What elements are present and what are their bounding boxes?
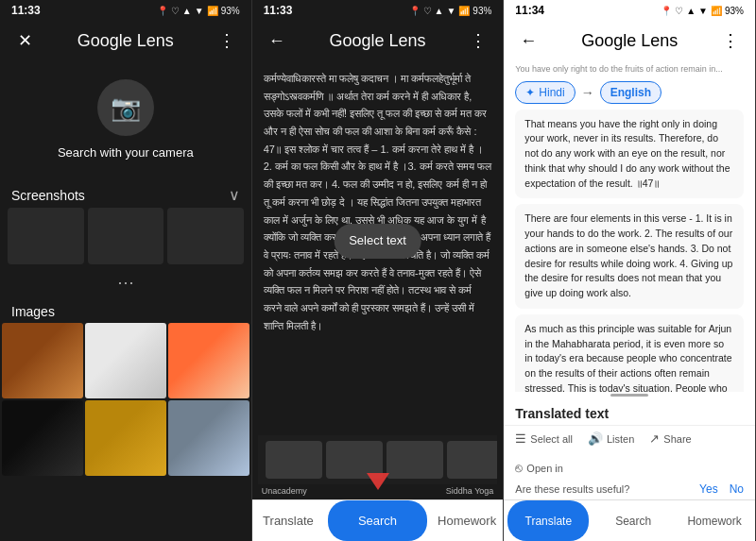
more-button-3[interactable]: ⋮ <box>717 27 744 54</box>
homework-tab-3[interactable]: Homework <box>674 500 755 541</box>
battery-icon-3: 93% <box>725 6 744 16</box>
open-in-label: Open in <box>526 463 563 474</box>
top-bar-2: ← Google Lens ⋮ <box>252 21 504 60</box>
phone-2: 11:33 📍 ♡ ▲ ▼ 📶 93% ← Google Lens ⋮ कर्म… <box>252 0 505 541</box>
translate-tab-3[interactable]: Translate <box>507 500 589 541</box>
translate-label-2: Translate <box>263 514 314 528</box>
screenshot-thumb-2[interactable] <box>88 208 164 264</box>
select-all-button[interactable]: ☰ Select all <box>515 431 573 446</box>
open-in-icon: ⎋ <box>515 461 523 475</box>
app-title-1: Google Lens <box>38 31 214 51</box>
status-bar-3: 11:34 📍 ♡ ▲ ▼ 📶 93% <box>504 0 755 21</box>
translation-para-2: There are four elements in this verse - … <box>515 204 744 309</box>
translate-tab-2[interactable]: Translate <box>252 500 325 541</box>
hint-line-2: the fruits of action remain in... <box>611 64 723 74</box>
network-icon-2: 📶 <box>458 6 470 16</box>
hindi-lang-button[interactable]: ✦ Hindi <box>515 81 575 104</box>
back-button-3[interactable]: ← <box>515 27 541 54</box>
signal-icon: ▲ <box>182 6 192 16</box>
results-buttons: Yes No <box>699 482 744 496</box>
search-tab-3[interactable]: Search <box>593 500 674 541</box>
listen-icon: 🔊 <box>588 431 603 446</box>
app-title-2: Google Lens <box>290 31 466 51</box>
bottom-nav-2: Translate Search Homework <box>252 499 504 541</box>
camera-area: 📷 Search with your camera <box>0 60 251 178</box>
scroll-indicator <box>610 394 648 397</box>
more-button-1[interactable]: ⋮ <box>214 27 240 54</box>
hint-line-1: You have only right to do <box>515 64 609 74</box>
hint-text: You have only right to do the fruits of … <box>504 60 755 77</box>
status-icons-2: 📍 ♡ ▲ ▼ 📶 93% <box>409 6 492 16</box>
app-title-3: Google Lens <box>541 31 717 51</box>
unacademy-label: Unacademy <box>262 486 307 496</box>
phone-3: 11:34 📍 ♡ ▲ ▼ 📶 93% ← Google Lens ⋮ You … <box>504 0 756 541</box>
share-label: Share <box>663 433 691 445</box>
share-icon: ↗ <box>649 431 660 446</box>
yes-button[interactable]: Yes <box>699 482 718 496</box>
translation-para-1: That means you have the right only in do… <box>515 110 744 199</box>
camera-icon: 📷 <box>111 93 141 123</box>
heart-icon-3: ♡ <box>675 6 683 16</box>
select-text-button[interactable]: Select text <box>334 224 421 259</box>
screenshot-thumb-1[interactable] <box>8 208 84 264</box>
signal-icon-3: ▲ <box>686 6 696 16</box>
image-cell-5[interactable] <box>85 400 166 476</box>
thumb-4[interactable] <box>447 441 498 479</box>
results-row: Are these results useful? Yes No <box>504 479 755 499</box>
status-time-1: 11:33 <box>11 4 41 17</box>
location-icon-3: 📍 <box>661 6 672 16</box>
open-in-button[interactable]: ⎋ Open in <box>515 461 563 475</box>
screenshots-header: Screenshots ∨ <box>0 178 251 208</box>
more-button-2[interactable]: ⋮ <box>465 27 491 54</box>
more-dots[interactable]: ⋯ <box>0 270 251 296</box>
wifi-icon-2: ▼ <box>446 6 455 16</box>
location-icon-2: 📍 <box>409 6 421 16</box>
plus-icon: ✦ <box>525 86 535 99</box>
select-all-label: Select all <box>530 433 573 445</box>
status-icons-3: 📍 ♡ ▲ ▼ 📶 93% <box>661 6 744 16</box>
siddha-yoga-label: Siddha Yoga <box>446 486 494 496</box>
translation-text-2: There are four elements in this verse - … <box>524 212 732 298</box>
search-label-3: Search <box>615 515 651 528</box>
location-icon: 📍 <box>157 6 168 16</box>
image-cell-3[interactable] <box>168 323 249 398</box>
bottom-nav-3: Translate Search Homework <box>504 499 755 541</box>
network-icon: 📶 <box>207 6 218 16</box>
wifi-icon-3: ▼ <box>698 6 708 16</box>
action-row: ☰ Select all 🔊 Listen ↗ Share ⎋ Open in <box>504 425 755 479</box>
thumb-1[interactable] <box>266 441 322 479</box>
homework-label-2: Homework <box>438 514 496 528</box>
english-lang-button[interactable]: English <box>600 81 662 104</box>
image-cell-2[interactable] <box>85 323 166 398</box>
hindi-text-content: कर्मण्येवाधिकारस्ते मा फलेषु कदाचन । मा … <box>264 70 492 334</box>
image-cell-6[interactable] <box>168 400 249 476</box>
thumb-3[interactable] <box>387 441 443 479</box>
status-bar-1: 11:33 📍 ♡ ▲ ▼ 📶 93% <box>0 0 251 21</box>
screenshots-label: Screenshots <box>11 188 85 203</box>
image-cell-1[interactable] <box>2 323 83 398</box>
no-button[interactable]: No <box>730 482 744 496</box>
battery-icon-2: 93% <box>472 6 491 16</box>
homework-tab-2[interactable]: Homework <box>431 500 504 541</box>
select-all-icon: ☰ <box>515 431 526 446</box>
hindi-text-area[interactable]: कर्मण्येवाधिकारस्ते मा फलेषु कदाचन । मा … <box>252 60 504 431</box>
phone-1: 11:33 📍 ♡ ▲ ▼ 📶 93% ✕ Google Lens ⋮ 📷 Se… <box>0 0 252 541</box>
search-label-2: Search <box>358 514 397 528</box>
camera-label: Search with your camera <box>58 145 194 160</box>
red-arrow-indicator <box>367 473 389 490</box>
translate-label-3: Translate <box>525 515 573 528</box>
image-cell-4[interactable] <box>2 400 83 476</box>
listen-button[interactable]: 🔊 Listen <box>588 431 634 446</box>
status-time-3: 11:34 <box>515 4 544 17</box>
share-button[interactable]: ↗ Share <box>649 431 691 446</box>
images-label: Images <box>0 296 251 323</box>
screenshot-thumbs <box>0 208 251 270</box>
camera-button[interactable]: 📷 <box>97 79 154 136</box>
top-bar-1: ✕ Google Lens ⋮ <box>0 21 251 60</box>
search-tab-2[interactable]: Search <box>328 500 427 541</box>
back-button-2[interactable]: ← <box>264 27 290 54</box>
status-icons-1: 📍 ♡ ▲ ▼ 📶 93% <box>157 6 240 16</box>
screenshot-thumb-3[interactable] <box>167 208 244 264</box>
close-button-1[interactable]: ✕ <box>11 27 38 54</box>
translated-text-label: Translated text <box>504 400 755 425</box>
